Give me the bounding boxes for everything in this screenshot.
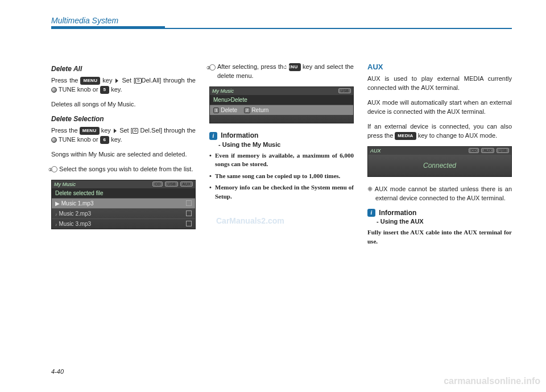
watermark-corner: carmanualsonline.info [444,376,540,386]
page-header: Multimedia System [51,16,512,29]
aux-p1: AUX is used to play external MEDIA curre… [367,75,512,93]
step-1-num-icon: ① [51,166,57,172]
text: AUX mode cannot be started unless there … [375,185,512,201]
delete-sel-p2: Songs within My Music are selected and d… [51,150,196,159]
list-item: ▶ Music 1.mp3 [52,198,195,208]
aux-p2: AUX mode will automatically start when a… [367,98,512,117]
screen-header: My Music CD USB AUX [52,180,195,188]
screen-header: My Music USB [210,87,353,95]
info-label: Information [379,209,416,217]
delete-all-p1: Press the MENU key Set [5Del.All] throug… [51,76,196,94]
menu-label: Return [251,107,268,113]
checkbox-icon [186,211,192,216]
arrow-right-icon [114,129,117,133]
file-name: Music 3.mp3 [59,221,92,227]
header-rule-accent [51,26,165,29]
option-2-icon: 2 [244,108,250,113]
screen-subtitle: Delete selected file [52,188,195,198]
usb-badge-icon: USB [165,181,177,187]
option-1-icon: 1 [213,108,219,113]
info-aux-body: Fully insert the AUX cable into the AUX … [367,228,512,246]
note-icon: ♪ [55,222,57,226]
info-heading: i Information [209,131,354,140]
checkbox-icon [186,200,192,206]
option-6-icon: 6 [133,128,138,134]
screen-delete-list: My Music CD USB AUX Delete selected file… [51,180,196,229]
text: key to change to AUX mode. [418,132,497,139]
delete-all-heading: Delete All [51,65,196,73]
watermark-center: CarManuals2.com [216,216,284,225]
bullet-item: Memory info can be checked in the System… [209,183,354,201]
screen-connected: Connected [368,155,511,176]
aux-badge-icon: AUX [180,181,193,187]
usb-badge-icon: USB [497,148,509,153]
info-subheading: - Using the My Music [218,141,354,148]
reference-mark-icon: ❈ [367,185,375,192]
text: Del.All] through the [142,77,196,84]
screen-header: AUX CD AUX USB [368,147,511,155]
aux-heading: AUX [367,63,512,71]
column-3: AUX AUX is used to play external MEDIA c… [367,63,512,252]
media-button-icon: MEDIA [395,132,416,140]
info-bullets: Even if memory is available, a maximum o… [209,151,354,201]
text: Set [ [122,77,135,84]
column-1: Delete All Press the MENU key Set [5Del.… [51,63,196,252]
step-2: ② After selecting, press the MENU key an… [209,63,354,81]
text: Set [ [119,127,133,134]
key-5-icon: 5 [100,86,109,94]
menu-button-icon: MENU [80,127,100,135]
text: Press the [51,127,80,134]
text: Del.Sel] through the [138,127,196,134]
key-6-icon: 6 [100,136,109,144]
menu-row: 1 Delete 2 Return [210,105,353,115]
text: key. [111,136,122,143]
file-name: Music 1.mp3 [61,200,94,207]
text: key [102,77,112,84]
tune-knob-icon [51,137,57,143]
screen-title: My Music [54,181,76,187]
section-title: Multimedia System [51,16,512,27]
text: key. [111,86,122,93]
screen-title: AUX [370,148,381,154]
screen-aux: AUX CD AUX USB Connected [367,146,512,177]
text: Select the songs you wish to delete from… [57,166,193,172]
checkbox-icon [186,221,192,226]
info-subheading: - Using the AUX [377,218,512,225]
page-number: 4-40 [51,368,64,375]
aux-p3: If an external device is connected, you … [367,122,512,141]
aux-badge-icon: AUX [481,148,494,153]
note-icon: ♪ [55,212,57,216]
aux-note: ❈ AUX mode cannot be started unless ther… [367,185,512,203]
arrow-right-icon [115,79,118,83]
bullet-item: Even if memory is available, a maximum o… [209,151,354,169]
step-2-num-icon: ② [209,64,216,71]
list-item: ♪Music 2.mp3 [52,208,195,218]
text: TUNE knob or [59,136,100,143]
text: key [101,127,111,134]
delete-all-p2: Deletes all songs of My Music. [51,100,196,109]
bullet-item: The same song can be copied up to 1,000 … [209,172,354,180]
menu-button-icon: MENU [80,77,100,85]
screen-title: My Music [212,88,234,94]
tune-knob-icon [51,87,57,93]
menu-button-icon: MENU [289,63,301,71]
play-arrow-icon: ▶ [55,200,60,207]
menu-label: Delete [221,107,237,113]
text: TUNE knob or [59,86,100,93]
text: Press the [51,77,80,84]
step-1: ① Select the songs you wish to delete fr… [51,165,196,174]
option-5-icon: 5 [135,78,141,84]
delete-sel-p1: Press the MENU key Set [6 Del.Sel] throu… [51,126,196,145]
cd-badge-icon: CD [152,181,163,187]
info-icon: i [209,132,217,140]
cd-badge-icon: CD [469,148,479,153]
delete-selection-heading: Delete Selection [51,115,196,123]
info-icon: i [367,209,375,217]
screen-delete-menu: My Music USB Menu>Delete 1 Delete 2 Retu… [209,86,354,123]
screen-subtitle: Menu>Delete [210,95,353,105]
text: After selecting, press the [216,63,289,70]
usb-badge-icon: USB [338,88,351,93]
info-heading: i Information [367,209,512,217]
info-label: Information [221,131,258,139]
file-name: Music 2.mp3 [59,211,92,217]
